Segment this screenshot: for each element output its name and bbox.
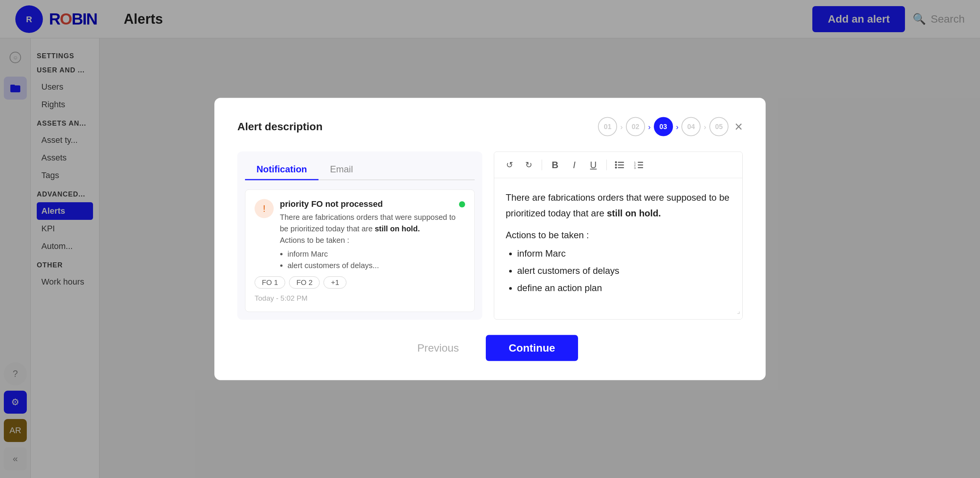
svg-rect-11 (618, 167, 624, 169)
tabs-row: Notification Email (245, 159, 475, 180)
svg-text:3.: 3. (634, 166, 637, 169)
modal-title: Alert description (237, 121, 322, 133)
alert-list-item-1: inform Marc (287, 248, 459, 260)
previous-button[interactable]: Previous (402, 335, 474, 361)
svg-point-10 (615, 167, 617, 169)
underline-button[interactable]: U (586, 157, 601, 173)
tab-notification[interactable]: Notification (245, 159, 318, 180)
step-01[interactable]: 01 (598, 117, 617, 136)
editor-actions-label: Actions to be taken : (506, 227, 731, 243)
right-panel: ↺ ↻ B I U (494, 152, 743, 320)
alert-card-body: There are fabrications orders that were … (280, 211, 459, 271)
svg-rect-9 (618, 165, 624, 166)
editor-toolbar: ↺ ↻ B I U (494, 152, 742, 178)
modal-header: Alert description 01 › 02 › 03 › 04 (237, 117, 743, 136)
svg-rect-7 (618, 162, 624, 163)
status-dot (459, 201, 465, 208)
redo-button[interactable]: ↻ (521, 157, 536, 173)
alert-tag-fo2: FO 2 (289, 277, 320, 289)
tab-email[interactable]: Email (318, 159, 364, 180)
editor-intro-text: There are fabrications orders that were … (506, 190, 731, 221)
alert-card-title: priority FO not processed (280, 199, 459, 209)
alert-card-header: ! priority FO not processed There are fa… (255, 199, 465, 271)
editor-action-item-3: define an action plan (517, 280, 731, 296)
modal-footer: Previous Continue (237, 335, 743, 361)
step-02[interactable]: 02 (626, 117, 645, 136)
step-03[interactable]: 03 (654, 117, 673, 136)
alert-card: ! priority FO not processed There are fa… (245, 190, 475, 312)
step-arrow-2: › (648, 122, 651, 131)
svg-rect-17 (638, 167, 643, 169)
bold-button[interactable]: B (547, 157, 563, 173)
italic-button[interactable]: I (567, 157, 582, 173)
alert-tag-fo1: FO 1 (255, 277, 285, 289)
bullet-list-button[interactable] (612, 157, 627, 173)
step-arrow-1: › (620, 122, 623, 131)
svg-point-8 (615, 164, 617, 166)
editor-action-item-2: alert customers of delays (517, 263, 731, 279)
toolbar-separator-2 (606, 160, 607, 170)
alert-card-left: ! priority FO not processed There are fa… (255, 199, 459, 271)
step-arrow-3: › (676, 122, 679, 131)
editor-content[interactable]: There are fabrications orders that were … (494, 178, 742, 319)
svg-rect-13 (638, 162, 643, 163)
numbered-list-button[interactable]: 1. 2. 3. (631, 157, 647, 173)
alert-card-info: priority FO not processed There are fabr… (280, 199, 459, 271)
step-arrow-4: › (704, 122, 706, 131)
modal-body: Notification Email ! priority FO not pro… (237, 152, 743, 320)
continue-button[interactable]: Continue (486, 335, 578, 361)
alert-icon-bubble: ! (255, 199, 274, 218)
undo-button[interactable]: ↺ (502, 157, 517, 173)
svg-point-6 (615, 161, 617, 163)
step-indicator: 01 › 02 › 03 › 04 › 05 (598, 117, 728, 136)
step-04[interactable]: 04 (681, 117, 701, 136)
editor-action-item-1: inform Marc (517, 246, 731, 262)
editor-action-list: inform Marc alert customers of delays de… (517, 246, 731, 296)
toolbar-separator-1 (542, 160, 542, 170)
resize-handle[interactable]: ⌟ (737, 305, 740, 317)
left-panel: Notification Email ! priority FO not pro… (237, 152, 482, 320)
alert-tag-more: +1 (323, 277, 346, 289)
close-button[interactable]: × (735, 120, 743, 134)
modal: Alert description 01 › 02 › 03 › 04 (214, 98, 766, 380)
step-05[interactable]: 05 (709, 117, 728, 136)
alert-tags: FO 1 FO 2 +1 (255, 277, 465, 289)
svg-rect-15 (638, 165, 643, 166)
alert-list-item-2: alert customers of delays... (287, 260, 459, 271)
alert-timestamp: Today - 5:02 PM (255, 294, 465, 303)
